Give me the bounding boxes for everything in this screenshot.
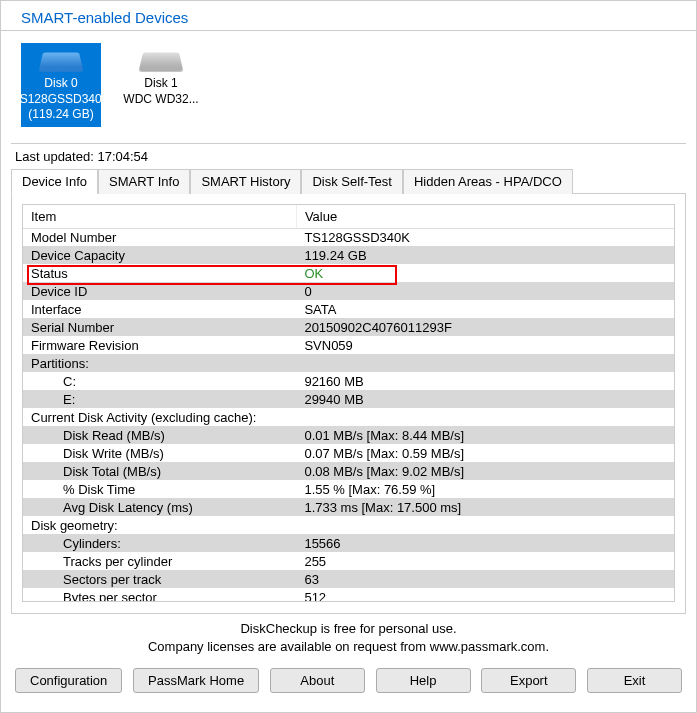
table-row[interactable]: Disk Total (MB/s)0.08 MB/s [Max: 9.02 MB… <box>23 462 674 480</box>
cell-item: Firmware Revision <box>23 336 296 354</box>
tab-hidden-areas[interactable]: Hidden Areas - HPA/DCO <box>403 169 573 194</box>
tab-disk-self-test[interactable]: Disk Self-Test <box>301 169 402 194</box>
table-row[interactable]: StatusOK <box>23 264 674 282</box>
cell-value <box>296 408 674 426</box>
cell-value: 255 <box>296 552 674 570</box>
cell-item: Interface <box>23 300 296 318</box>
cell-value: 20150902C4076011293F <box>296 318 674 336</box>
cell-value: 0 <box>296 282 674 300</box>
table-row[interactable]: Device ID0 <box>23 282 674 300</box>
column-value[interactable]: Value <box>296 205 674 229</box>
cell-item: Serial Number <box>23 318 296 336</box>
cell-value: 512 <box>296 588 674 602</box>
footer-text: DiskCheckup is free for personal use. Co… <box>1 614 696 662</box>
table-row[interactable]: Tracks per cylinder255 <box>23 552 674 570</box>
cell-value: TS128GSSD340K <box>296 228 674 246</box>
section-header-smart-devices: SMART-enabled Devices <box>1 1 696 31</box>
cell-item: Sectors per track <box>23 570 296 588</box>
cell-item: Partitions: <box>23 354 296 372</box>
cell-item: Device Capacity <box>23 246 296 264</box>
passmark-link[interactable]: www.passmark.com <box>430 639 546 654</box>
cell-item: % Disk Time <box>23 480 296 498</box>
device-list: Disk 0 TS128GSSD340K (119.24 GB) Disk 1 … <box>1 39 696 135</box>
cell-item: Model Number <box>23 228 296 246</box>
table-row[interactable]: E:29940 MB <box>23 390 674 408</box>
drive-icon <box>141 47 181 72</box>
app-window: SMART-enabled Devices Disk 0 TS128GSSD34… <box>0 0 697 713</box>
table-row[interactable]: Avg Disk Latency (ms)1.733 ms [Max: 17.5… <box>23 498 674 516</box>
table-row[interactable]: Disk Read (MB/s)0.01 MB/s [Max: 8.44 MB/… <box>23 426 674 444</box>
table-row[interactable]: C:92160 MB <box>23 372 674 390</box>
tab-smart-history[interactable]: SMART History <box>190 169 301 194</box>
tab-bar: Device Info SMART Info SMART History Dis… <box>11 168 686 194</box>
table-row[interactable]: Device Capacity119.24 GB <box>23 246 674 264</box>
device-disk-0[interactable]: Disk 0 TS128GSSD340K (119.24 GB) <box>21 43 101 127</box>
cell-value: SATA <box>296 300 674 318</box>
cell-value: 1.55 % [Max: 76.59 %] <box>296 480 674 498</box>
table-row[interactable]: InterfaceSATA <box>23 300 674 318</box>
about-button[interactable]: About <box>270 668 365 693</box>
help-button[interactable]: Help <box>376 668 471 693</box>
cell-value: 1.733 ms [Max: 17.500 ms] <box>296 498 674 516</box>
tab-content-device-info: Item Value Model NumberTS128GSSD340KDevi… <box>11 194 686 614</box>
cell-item: Current Disk Activity (excluding cache): <box>23 408 296 426</box>
device-info-table: Item Value Model NumberTS128GSSD340KDevi… <box>23 205 674 602</box>
device-label: Disk 0 TS128GSSD340K (119.24 GB) <box>12 76 109 123</box>
cell-item: Tracks per cylinder <box>23 552 296 570</box>
cell-item: Disk Write (MB/s) <box>23 444 296 462</box>
cell-item: Status <box>23 264 296 282</box>
table-row[interactable]: % Disk Time1.55 % [Max: 76.59 %] <box>23 480 674 498</box>
cell-value: 15566 <box>296 534 674 552</box>
table-row[interactable]: Disk geometry: <box>23 516 674 534</box>
table-row[interactable]: Disk Write (MB/s)0.07 MB/s [Max: 0.59 MB… <box>23 444 674 462</box>
cell-value <box>296 516 674 534</box>
table-row[interactable]: Partitions: <box>23 354 674 372</box>
configuration-button[interactable]: Configuration <box>15 668 122 693</box>
cell-value: OK <box>296 264 674 282</box>
column-item[interactable]: Item <box>23 205 296 229</box>
cell-item: Bytes per sector <box>23 588 296 602</box>
cell-value: 29940 MB <box>296 390 674 408</box>
cell-item: Disk geometry: <box>23 516 296 534</box>
tab-device-info[interactable]: Device Info <box>11 169 98 194</box>
exit-button[interactable]: Exit <box>587 668 682 693</box>
table-row[interactable]: Sectors per track63 <box>23 570 674 588</box>
device-label: Disk 1 WDC WD32... <box>123 76 198 107</box>
cell-value <box>296 354 674 372</box>
cell-item: Disk Total (MB/s) <box>23 462 296 480</box>
cell-item: Avg Disk Latency (ms) <box>23 498 296 516</box>
cell-item: Device ID <box>23 282 296 300</box>
cell-item: Disk Read (MB/s) <box>23 426 296 444</box>
cell-value: 0.08 MB/s [Max: 9.02 MB/s] <box>296 462 674 480</box>
cell-value: 0.07 MB/s [Max: 0.59 MB/s] <box>296 444 674 462</box>
cell-value: 119.24 GB <box>296 246 674 264</box>
device-disk-1[interactable]: Disk 1 WDC WD32... <box>121 43 201 127</box>
last-updated-label: Last updated: 17:04:54 <box>1 147 696 168</box>
table-row[interactable]: Serial Number20150902C4076011293F <box>23 318 674 336</box>
cell-item: C: <box>23 372 296 390</box>
cell-item: E: <box>23 390 296 408</box>
cell-item: Cylinders: <box>23 534 296 552</box>
table-row[interactable]: Model NumberTS128GSSD340K <box>23 228 674 246</box>
separator <box>11 143 686 144</box>
cell-value: 0.01 MB/s [Max: 8.44 MB/s] <box>296 426 674 444</box>
export-button[interactable]: Export <box>481 668 576 693</box>
button-row: Configuration PassMark Home About Help E… <box>1 662 696 703</box>
drive-icon <box>41 47 81 72</box>
device-info-table-wrap[interactable]: Item Value Model NumberTS128GSSD340KDevi… <box>22 204 675 602</box>
table-row[interactable]: Current Disk Activity (excluding cache): <box>23 408 674 426</box>
table-row[interactable]: Firmware RevisionSVN059 <box>23 336 674 354</box>
table-row[interactable]: Bytes per sector512 <box>23 588 674 602</box>
cell-value: 92160 MB <box>296 372 674 390</box>
cell-value: SVN059 <box>296 336 674 354</box>
tab-smart-info[interactable]: SMART Info <box>98 169 190 194</box>
cell-value: 63 <box>296 570 674 588</box>
table-row[interactable]: Cylinders:15566 <box>23 534 674 552</box>
passmark-home-button[interactable]: PassMark Home <box>133 668 259 693</box>
